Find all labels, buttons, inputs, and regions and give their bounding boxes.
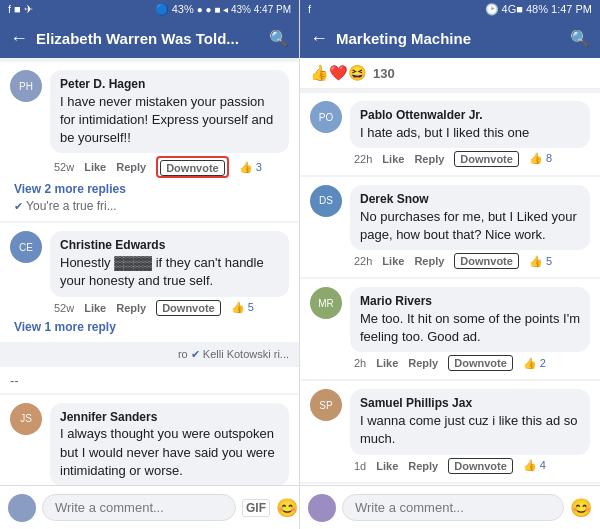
right-comment-actions-2: 22h Like Reply Downvote 👍 5	[350, 253, 590, 269]
right-comment-content-4: Samuel Phillips Jax I wanna come just cu…	[350, 389, 590, 473]
left-comment-separator: ro ✔ Kelli Kotowski ri...	[0, 344, 299, 365]
left-comment-actions-1: 52w Like Reply Downvote 👍 3	[50, 156, 289, 178]
left-like-btn-2[interactable]: Like	[84, 302, 106, 314]
right-like-btn-1[interactable]: Like	[382, 153, 404, 165]
right-comment-row-4: SP Samuel Phillips Jax I wanna come just…	[310, 389, 590, 473]
right-back-button[interactable]: ←	[310, 28, 328, 49]
left-gif-button[interactable]: GIF	[242, 499, 270, 517]
right-downvote-btn-3[interactable]: Downvote	[448, 355, 513, 371]
left-emoji-button[interactable]: 😊	[276, 497, 298, 519]
right-status-bar: f 🕑 4G■ 48% 1:47 PM	[300, 0, 600, 18]
right-reply-btn-1[interactable]: Reply	[414, 153, 444, 165]
right-comment-time-3: 2h	[354, 357, 366, 369]
right-avatar-3: MR	[310, 287, 342, 319]
left-back-button[interactable]: ←	[10, 28, 28, 49]
right-comment-author-1: Pablo Ottenwalder Jr.	[360, 107, 580, 124]
right-comment-actions-1: 22h Like Reply Downvote 👍 8	[350, 151, 590, 167]
right-comment-author-3: Mario Rivers	[360, 293, 580, 310]
right-comment-time-2: 22h	[354, 255, 372, 267]
left-comment-1: PH Peter D. Hagen I have never mistaken …	[0, 62, 299, 221]
left-input-avatar	[8, 494, 36, 522]
right-input-bar: 😊	[300, 485, 600, 529]
right-avatar-2: DS	[310, 185, 342, 217]
right-comment-bubble-4: Samuel Phillips Jax I wanna come just cu…	[350, 389, 590, 454]
right-comment-content-2: Derek Snow No purchases for me, but I Li…	[350, 185, 590, 269]
left-comment-bubble-4: Jennifer Sanders I always thought you we…	[50, 403, 289, 485]
right-like-btn-3[interactable]: Like	[376, 357, 398, 369]
right-nav-bar: ← Marketing Machine 🔍	[300, 18, 600, 58]
left-comment-input[interactable]	[42, 494, 236, 521]
right-comment-actions-3: 2h Like Reply Downvote 👍 2	[350, 355, 590, 371]
right-like-count-2: 👍 5	[529, 255, 552, 268]
right-like-btn-4[interactable]: Like	[376, 460, 398, 472]
left-avatar-1: PH	[10, 70, 42, 102]
left-comment-time-1: 52w	[54, 161, 74, 173]
left-like-count-2: 👍 5	[231, 301, 254, 314]
left-comment-time-2: 52w	[54, 302, 74, 314]
left-nav-bar: ← Elizabeth Warren Was Told... 🔍	[0, 18, 299, 58]
right-comment-4: SP Samuel Phillips Jax I wanna come just…	[300, 381, 600, 481]
left-time: ● ● ■ ◂ 43% 4:47 PM	[197, 4, 291, 15]
left-comment-content-1: Peter D. Hagen I have never mistaken you…	[50, 70, 289, 178]
left-comments-area: PH Peter D. Hagen I have never mistaken …	[0, 58, 299, 485]
left-reply-btn-1[interactable]: Reply	[116, 161, 146, 173]
heart-reaction-icon: ❤️	[329, 64, 348, 82]
left-like-count-1: 👍 3	[239, 161, 262, 174]
right-like-count-4: 👍 4	[523, 459, 546, 472]
left-reply-btn-2[interactable]: Reply	[116, 302, 146, 314]
right-comment-bubble-2: Derek Snow No purchases for me, but I Li…	[350, 185, 590, 250]
right-input-avatar	[308, 494, 336, 522]
left-panel: f ■ ✈ 🔵 43% ● ● ■ ◂ 43% 4:47 PM ← Elizab…	[0, 0, 300, 529]
right-reply-btn-2[interactable]: Reply	[414, 255, 444, 267]
left-comment-bubble-1: Peter D. Hagen I have never mistaken you…	[50, 70, 289, 153]
right-panel: f 🕑 4G■ 48% 1:47 PM ← Marketing Machine …	[300, 0, 600, 529]
left-dash: --	[10, 373, 19, 388]
right-comment-3: MR Mario Rivers Me too. It hit on some o…	[300, 279, 600, 379]
right-page-title: Marketing Machine	[336, 30, 562, 47]
left-comment-content-4: Jennifer Sanders I always thought you we…	[50, 403, 289, 485]
right-comment-author-2: Derek Snow	[360, 191, 580, 208]
right-comment-time-1: 22h	[354, 153, 372, 165]
reaction-bar: 👍 ❤️ 😆 130	[300, 58, 600, 89]
left-kelli-line: ro ✔ Kelli Kotowski ri...	[178, 348, 289, 361]
right-emoji-button[interactable]: 😊	[570, 497, 592, 519]
left-page-title: Elizabeth Warren Was Told...	[36, 30, 261, 47]
right-comment-actions-4: 1d Like Reply Downvote 👍 4	[350, 458, 590, 474]
left-comment-bubble-2: Christine Edwards Honestly ▓▓▓▓ if they …	[50, 231, 289, 296]
left-comment-4: JS Jennifer Sanders I always thought you…	[0, 395, 299, 485]
right-comment-2: DS Derek Snow No purchases for me, but I…	[300, 177, 600, 277]
left-like-btn-1[interactable]: Like	[84, 161, 106, 173]
right-comment-input[interactable]	[342, 494, 564, 521]
left-avatar-4: JS	[10, 403, 42, 435]
right-downvote-btn-1[interactable]: Downvote	[454, 151, 519, 167]
left-comment-2: CE Christine Edwards Honestly ▓▓▓▓ if th…	[0, 223, 299, 341]
right-avatar-4: SP	[310, 389, 342, 421]
right-downvote-btn-4[interactable]: Downvote	[448, 458, 513, 474]
left-status-bar-left: f ■ ✈	[8, 3, 33, 16]
right-reply-btn-3[interactable]: Reply	[408, 357, 438, 369]
left-downvote-btn-2[interactable]: Downvote	[156, 300, 221, 316]
right-time: 🕑 4G■ 48% 1:47 PM	[485, 3, 592, 15]
right-comment-content-3: Mario Rivers Me too. It hit on some of t…	[350, 287, 590, 371]
right-comment-time-4: 1d	[354, 460, 366, 472]
right-comment-content-1: Pablo Ottenwalder Jr. I hate ads, but I …	[350, 101, 590, 167]
left-view-replies-2[interactable]: View 1 more reply	[10, 320, 289, 334]
right-reply-btn-4[interactable]: Reply	[408, 460, 438, 472]
right-comment-author-4: Samuel Phillips Jax	[360, 395, 580, 412]
right-downvote-btn-2[interactable]: Downvote	[454, 253, 519, 269]
left-input-bar: GIF 😊	[0, 485, 299, 529]
left-view-replies-1[interactable]: View 2 more replies	[10, 182, 289, 196]
left-battery-icon: 🔵 43%	[155, 3, 194, 16]
left-comment-author-1: Peter D. Hagen	[60, 76, 279, 93]
right-like-btn-2[interactable]: Like	[382, 255, 404, 267]
left-avatar-2: CE	[10, 231, 42, 263]
left-search-button[interactable]: 🔍	[269, 29, 289, 48]
right-search-button[interactable]: 🔍	[570, 29, 590, 48]
fb-icons: f ■ ✈	[8, 3, 33, 16]
left-comment-author-2: Christine Edwards	[60, 237, 279, 254]
left-comment-dash: --	[0, 367, 299, 393]
right-comment-row-1: PO Pablo Ottenwalder Jr. I hate ads, but…	[310, 101, 590, 167]
left-status-bar-right: 🔵 43% ● ● ■ ◂ 43% 4:47 PM	[155, 3, 291, 16]
left-downvote-btn-1[interactable]: Downvote	[160, 160, 225, 176]
right-fb-icon: f	[308, 3, 311, 15]
